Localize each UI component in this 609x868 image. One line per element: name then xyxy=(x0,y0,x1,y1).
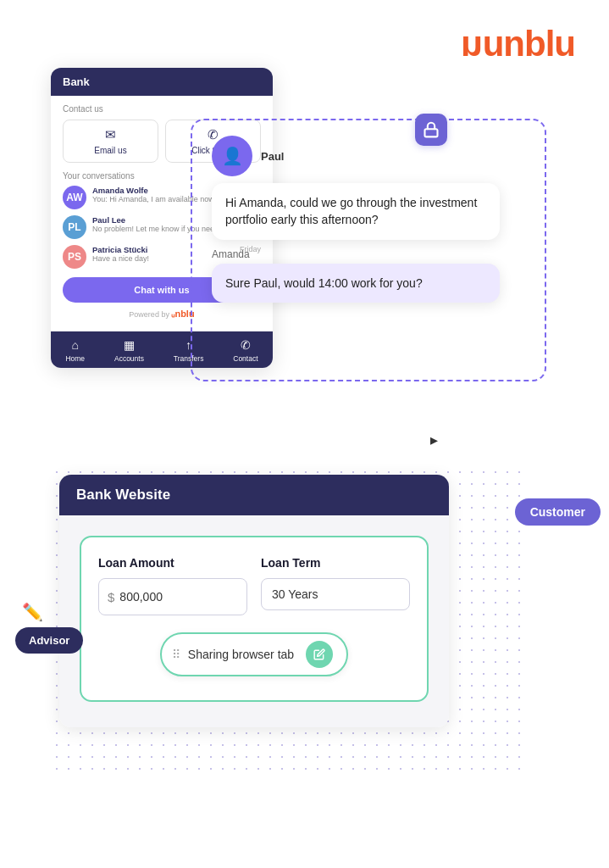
sharing-dots-icon: ⠿ xyxy=(172,648,181,661)
logo-text: uunblu xyxy=(462,24,575,64)
loan-form: Loan Amount $ Loan Term ⠿ Sharing xyxy=(80,536,429,702)
loan-fields: Loan Amount $ Loan Term xyxy=(98,556,410,615)
loan-amount-label: Loan Amount xyxy=(98,556,247,570)
bank-website-card: Bank Website Loan Amount $ Loan Term xyxy=(59,475,449,727)
loan-amount-input[interactable] xyxy=(119,590,238,604)
advisor-pencil-icon: ✏️ xyxy=(22,602,43,622)
advisor-badge: Advisor xyxy=(15,627,83,654)
accounts-icon: ▦ xyxy=(124,338,135,352)
conv-name: Amanda Wolfe xyxy=(92,186,148,195)
avatar: PS xyxy=(63,245,86,269)
top-section: Bank Contact us ✉ Email us ✆ Click to ca… xyxy=(25,59,609,424)
sender2-name: Amanda xyxy=(212,248,542,260)
chat-bubble-amanda: Sure Paul, would 14:00 work for you? xyxy=(212,264,500,303)
currency-prefix: $ xyxy=(108,590,114,604)
conv-preview: Have a nice day! xyxy=(92,254,228,263)
email-button[interactable]: ✉ Email us xyxy=(63,120,158,163)
bank-website-body: Loan Amount $ Loan Term ⠿ Sharing xyxy=(59,515,449,727)
contact-icon: ✆ xyxy=(241,338,251,352)
nav-accounts[interactable]: ▦ Accounts xyxy=(114,338,144,363)
bank-website-header: Bank Website xyxy=(59,475,449,515)
sharing-label: Sharing browser tab xyxy=(188,648,294,661)
bank-widget-header: Bank xyxy=(51,68,273,96)
cursor-icon: ▸ xyxy=(430,431,438,449)
nav-transfers[interactable]: ↑ Transfers xyxy=(174,338,204,363)
nav-home[interactable]: ⌂ Home xyxy=(65,338,85,363)
svg-rect-0 xyxy=(425,129,438,136)
paul-avatar: 👤 xyxy=(212,136,252,176)
chat-bubble-paul: Hi Amanda, could we go through the inves… xyxy=(212,183,500,240)
email-icon: ✉ xyxy=(105,127,116,142)
avatar: AW xyxy=(63,186,86,209)
customer-badge: Customer xyxy=(515,498,601,526)
sender1-name: Paul xyxy=(261,150,284,163)
unblu-logo: uunblu xyxy=(462,24,575,64)
loan-amount-field: Loan Amount $ xyxy=(98,556,247,615)
transfers-icon: ↑ xyxy=(185,338,191,352)
avatar: PL xyxy=(63,215,86,239)
contact-us-label: Contact us xyxy=(63,104,261,114)
conv-preview: No problem! Let me know if you need... xyxy=(92,225,228,233)
conv-name: Patricia Stücki xyxy=(92,245,147,254)
sharing-pill: ⠿ Sharing browser tab xyxy=(160,632,348,676)
home-icon: ⌂ xyxy=(72,338,79,352)
nav-contact[interactable]: ✆ Contact xyxy=(233,338,257,363)
loan-amount-input-row[interactable]: $ xyxy=(98,578,247,615)
powered-logo: ᵤnblu xyxy=(171,309,194,319)
loan-term-label: Loan Term xyxy=(261,556,410,570)
loan-term-field: Loan Term xyxy=(261,556,410,615)
lock-badge xyxy=(415,114,447,146)
conv-preview: You: Hi Amanda, I am available now... xyxy=(92,195,228,203)
pencil-icon-button[interactable] xyxy=(306,641,333,668)
bottom-section: Bank Website Loan Amount $ Loan Term xyxy=(0,466,609,805)
bank-nav: ⌂ Home ▦ Accounts ↑ Transfers ✆ Contact xyxy=(51,331,273,368)
conv-name: Paul Lee xyxy=(92,215,125,225)
sender1-row: 👤 Paul xyxy=(212,136,542,176)
sharing-bar: ⠿ Sharing browser tab xyxy=(98,632,410,676)
chat-area: 👤 Paul Hi Amanda, could we go through th… xyxy=(212,136,542,311)
loan-term-input[interactable] xyxy=(261,578,410,610)
